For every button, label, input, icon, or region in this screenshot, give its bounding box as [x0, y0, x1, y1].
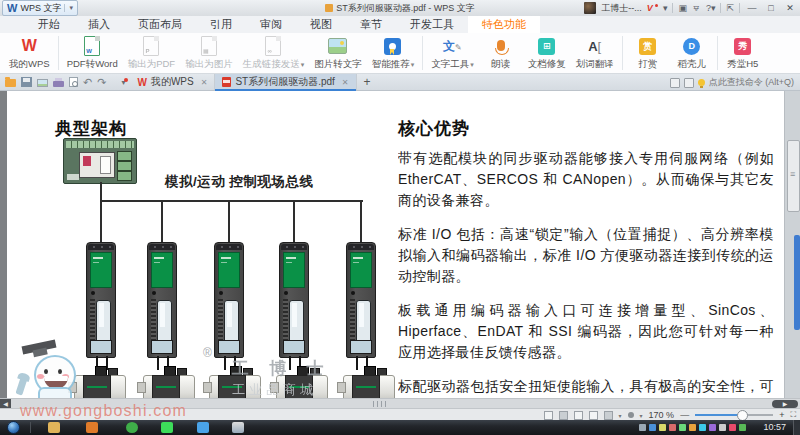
help-icon[interactable]: ?▾	[706, 1, 716, 15]
doc-mini-icon	[670, 78, 680, 88]
view-mode-icon[interactable]	[574, 411, 583, 420]
user-name[interactable]: 工博士--...	[601, 2, 642, 15]
red-dot-badge	[124, 78, 128, 82]
fullscreen-icon[interactable]: ⛶	[790, 410, 796, 420]
text-tools-button[interactable]: 文✎ 文字工具▾	[426, 33, 479, 71]
close-button[interactable]: ✕	[783, 3, 797, 13]
taskbar-explorer-icon[interactable]	[48, 422, 60, 433]
divider	[720, 3, 721, 13]
export-pdf-button[interactable]: P 输出为PDF	[123, 33, 181, 71]
wps-app-button[interactable]: W WPS 文字 ▾	[2, 0, 78, 16]
read-aloud-button[interactable]: 朗读	[479, 33, 523, 71]
vertical-scrollbar-thumb[interactable]	[787, 140, 800, 212]
title-bar: W WPS 文字 ▾ ST系列伺服驱动器.pdf - WPS 文字 工博士--.…	[0, 0, 800, 17]
taskbar-clock[interactable]: 10:57	[763, 422, 786, 432]
start-button[interactable]	[7, 421, 20, 434]
smart-recommend-button[interactable]: 智能推荐▾	[367, 33, 420, 71]
export-pdf-icon: P	[141, 36, 161, 56]
image-to-text-icon	[328, 36, 348, 56]
output-icon[interactable]	[37, 79, 48, 87]
skin-icon[interactable]: ▣	[678, 1, 687, 15]
minimize-button[interactable]: —	[745, 3, 759, 13]
vertical-scrollbar[interactable]	[784, 91, 800, 398]
paragraph: 标准 I/O 包括：高速“锁定”输入（位置捕捉）、高分辨率模拟输入和编码器输出，…	[398, 224, 774, 287]
tab-home[interactable]: 开始	[24, 16, 74, 33]
save-icon[interactable]	[21, 77, 32, 87]
tab-references[interactable]: 引用	[196, 16, 246, 33]
find-command-hint[interactable]: 点此查找命令 (Alt+Q)	[670, 76, 794, 89]
my-wps-button[interactable]: W 我的WPS	[4, 33, 55, 71]
tab-my-wps[interactable]: W 我的WPS ✕	[130, 74, 215, 90]
wps-w-icon: W	[137, 77, 146, 88]
user-avatar[interactable]	[584, 2, 596, 14]
wps-w-icon: W	[19, 36, 39, 56]
divider	[672, 3, 673, 13]
app-name: WPS 文字	[20, 2, 61, 15]
vip-badge: V	[647, 3, 653, 13]
tab-review[interactable]: 审阅	[246, 16, 296, 33]
taskbar-app-icon[interactable]	[232, 422, 244, 433]
tab-view[interactable]: 视图	[296, 16, 346, 33]
servo-drive	[279, 242, 309, 358]
page-layout-icon[interactable]	[604, 411, 613, 420]
view-mode-icon[interactable]	[544, 411, 553, 420]
image-to-text-button[interactable]: 图片转文字	[309, 33, 367, 71]
tab-section[interactable]: 章节	[346, 16, 396, 33]
reward-button[interactable]: 赏 打赏	[626, 33, 670, 71]
shop-icon[interactable]: 🜃	[692, 1, 701, 15]
zoom-in-button[interactable]: +	[779, 410, 784, 420]
tab-page-layout[interactable]: 页面布局	[124, 16, 196, 33]
drop-line	[100, 202, 102, 242]
redo-icon[interactable]: ↷	[97, 74, 106, 91]
xiutang-h5-icon: 秀	[733, 36, 753, 56]
new-tab-button[interactable]: +	[357, 74, 378, 90]
print-preview-icon[interactable]	[69, 77, 78, 87]
drop-line	[293, 202, 295, 242]
divider	[422, 36, 423, 70]
tab-special-features[interactable]: 特色功能	[468, 16, 540, 33]
zoom-out-button[interactable]: —	[680, 410, 689, 420]
taskbar-app-icon[interactable]	[197, 422, 209, 433]
horizontal-scrollbar-grip[interactable]	[373, 401, 389, 407]
export-image-icon: ▦	[199, 36, 219, 56]
drop-line	[228, 202, 230, 242]
open-icon[interactable]	[5, 79, 16, 87]
motion-controller-illustration	[63, 138, 137, 184]
divider	[739, 3, 740, 13]
taskbar-app-icon[interactable]	[86, 422, 98, 433]
zoom-slider[interactable]	[695, 414, 773, 416]
tab-pdf-document[interactable]: ST系列伺服驱动器.pdf ✕	[215, 74, 356, 90]
export-image-button[interactable]: ▦ 输出为图片	[180, 33, 238, 71]
servo-drive	[86, 242, 116, 358]
tab-developer[interactable]: 开发工具	[396, 16, 468, 33]
print-icon[interactable]	[53, 81, 64, 87]
close-icon[interactable]: ✕	[201, 78, 208, 87]
paragraph: 带有选配模块的同步驱动器能够接入专用伺服网络（例如 EtherCAT、SERCO…	[398, 148, 774, 211]
gongboshi-mascot-watermark	[12, 343, 102, 398]
show-desktop-button[interactable]	[793, 420, 800, 435]
close-icon[interactable]: ✕	[342, 78, 349, 87]
share-link-button[interactable]: ∞ 生成链接发送▾	[238, 33, 310, 71]
scroll-right-arrow[interactable]: ▶	[772, 400, 798, 408]
word-translate-button[interactable]: A[ 划词翻译	[571, 33, 619, 71]
account-dropdown-icon[interactable]: ▾	[663, 1, 668, 15]
docer-button[interactable]: D 稻壳儿	[670, 33, 714, 71]
tab-insert[interactable]: 插入	[74, 16, 124, 33]
xiutang-h5-button[interactable]: 秀 秀堂H5	[721, 33, 765, 71]
collapse-ribbon-icon[interactable]: ⇱	[726, 1, 734, 15]
taskbar-wechat-icon[interactable]	[161, 422, 173, 433]
pdf-to-word-button[interactable]: W PDF转Word	[62, 33, 123, 71]
paragraph: 标配驱动器包括安全扭矩使能输入，具有极高的安全性，可有效封锁驱动器的输出级，这可…	[398, 376, 774, 398]
right-column-heading: 核心优势	[398, 117, 470, 140]
customize-toolbar-icon[interactable]: ▾	[121, 78, 125, 87]
view-mode-icon[interactable]	[589, 411, 598, 420]
system-tray[interactable]	[639, 424, 746, 431]
maximize-button[interactable]: □	[764, 3, 778, 13]
eye-protect-icon[interactable]	[628, 412, 634, 418]
pdf-page: 典型架构 核心优势 模拟/运动 控制现场总线	[7, 91, 785, 398]
undo-icon[interactable]: ↶	[83, 74, 92, 91]
doc-repair-button[interactable]: ⊞ 文档修复	[523, 33, 571, 71]
taskbar-app-icon[interactable]	[126, 422, 138, 433]
windows-taskbar: 10:57	[0, 420, 800, 435]
view-mode-icon[interactable]	[559, 411, 568, 420]
